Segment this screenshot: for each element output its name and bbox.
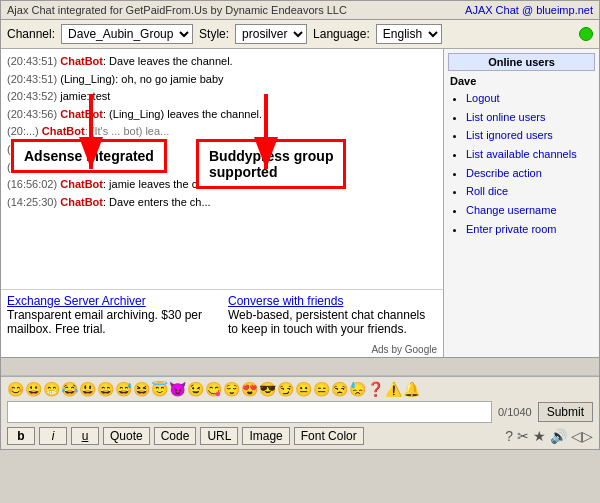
action-change-username[interactable]: Change username <box>466 201 595 220</box>
emoji-9[interactable]: 😇 <box>151 381 168 397</box>
emoji-10[interactable]: 😈 <box>169 381 186 397</box>
chat-messages: (20:43:51) ChatBot: Dave leaves the chan… <box>1 49 443 215</box>
ad-desc-2: Web-based, persistent chat channels to k… <box>228 308 437 336</box>
action-list-ignored[interactable]: List ignored users <box>466 126 595 145</box>
emoji-question[interactable]: ❓ <box>367 381 384 397</box>
action-list-online[interactable]: List online users <box>466 108 595 127</box>
ad-link-1[interactable]: Exchange Server Archiver <box>7 294 146 308</box>
ad-section: Exchange Server Archiver Transparent ema… <box>1 289 443 340</box>
online-username: Dave <box>448 75 595 87</box>
emoji-16[interactable]: 😏 <box>277 381 294 397</box>
ajax-chat-link[interactable]: AJAX Chat @ blueimp.net <box>465 4 593 16</box>
style-label: Style: <box>199 27 229 41</box>
ad-col-2: Converse with friends Web-based, persist… <box>228 294 437 336</box>
chat-line-2: (20:43:51) (Ling_Ling): oh, no go jamie … <box>7 71 437 89</box>
message-input[interactable] <box>7 401 492 423</box>
language-label: Language: <box>313 27 370 41</box>
emoji-7[interactable]: 😅 <box>115 381 132 397</box>
top-bar: Ajax Chat integrated for GetPaidFrom.Us … <box>1 1 599 20</box>
emoji-4[interactable]: 😂 <box>61 381 78 397</box>
url-button[interactable]: URL <box>200 427 238 445</box>
cut-icon[interactable]: ✂ <box>517 428 529 444</box>
font-color-button[interactable]: Font Color <box>294 427 364 445</box>
channel-bar: Channel: Dave_Aubin_Group Style: prosilv… <box>1 20 599 49</box>
emoji-6[interactable]: 😄 <box>97 381 114 397</box>
emoji-2[interactable]: 😀 <box>25 381 42 397</box>
bottom-icons: ? ✂ ★ 🔊 ◁▷ <box>505 428 593 444</box>
channel-label: Channel: <box>7 27 55 41</box>
online-panel: Online users Dave Logout List online use… <box>444 49 599 357</box>
emoji-bell[interactable]: 🔔 <box>403 381 420 397</box>
quote-button[interactable]: Quote <box>103 427 150 445</box>
emoji-1[interactable]: 😊 <box>7 381 24 397</box>
status-indicator <box>579 27 593 41</box>
action-private-room[interactable]: Enter private room <box>466 220 595 239</box>
online-users-header: Online users <box>448 53 595 71</box>
emoji-8[interactable]: 😆 <box>133 381 150 397</box>
emoji-5[interactable]: 😃 <box>79 381 96 397</box>
chat-panel: (20:43:51) ChatBot: Dave leaves the chan… <box>1 49 444 357</box>
emoji-12[interactable]: 😋 <box>205 381 222 397</box>
chat-overlay: (20:43:51) ChatBot: Dave leaves the chan… <box>1 49 443 289</box>
char-count: 0/1040 <box>498 406 532 418</box>
action-roll-dice[interactable]: Roll dice <box>466 182 595 201</box>
adsense-arrow <box>71 89 131 189</box>
app-title: Ajax Chat integrated for GetPaidFrom.Us … <box>7 4 347 16</box>
spacer <box>1 358 599 376</box>
image-button[interactable]: Image <box>242 427 289 445</box>
content-area: (20:43:51) ChatBot: Dave leaves the chan… <box>1 49 599 358</box>
chat-line-1: (20:43:51) ChatBot: Dave leaves the chan… <box>7 53 437 71</box>
help-icon[interactable]: ? <box>505 428 513 444</box>
format-row: b i u Quote Code URL Image Font Color ? … <box>7 427 593 445</box>
star-icon[interactable]: ★ <box>533 428 546 444</box>
emoji-17[interactable]: 😐 <box>295 381 312 397</box>
emoji-13[interactable]: 😌 <box>223 381 240 397</box>
emoji-15[interactable]: 😎 <box>259 381 276 397</box>
emoji-20[interactable]: 😓 <box>349 381 366 397</box>
ads-footer: Ads by Google <box>1 342 443 357</box>
sound-icon[interactable]: 🔊 <box>550 428 567 444</box>
language-select[interactable]: English <box>376 24 442 44</box>
ad-col-1: Exchange Server Archiver Transparent ema… <box>7 294 216 336</box>
emoji-3[interactable]: 😁 <box>43 381 60 397</box>
emoji-warning[interactable]: ⚠️ <box>385 381 402 397</box>
emoji-11[interactable]: 😉 <box>187 381 204 397</box>
emoji-19[interactable]: 😒 <box>331 381 348 397</box>
ad-link-2[interactable]: Converse with friends <box>228 294 343 308</box>
italic-button[interactable]: i <box>39 427 67 445</box>
emoji-row: 😊 😀 😁 😂 😃 😄 😅 😆 😇 😈 😉 😋 😌 😍 😎 😏 😐 😑 😒 😓 … <box>7 381 593 397</box>
input-area: 😊 😀 😁 😂 😃 😄 😅 😆 😇 😈 😉 😋 😌 😍 😎 😏 😐 😑 😒 😓 … <box>1 376 599 449</box>
submit-button[interactable]: Submit <box>538 402 593 422</box>
main-container: Ajax Chat integrated for GetPaidFrom.Us … <box>0 0 600 450</box>
action-list-channels[interactable]: List available channels <box>466 145 595 164</box>
bold-button[interactable]: b <box>7 427 35 445</box>
style-select[interactable]: prosilver <box>235 24 307 44</box>
channel-select[interactable]: Dave_Aubin_Group <box>61 24 193 44</box>
online-actions-list: Logout List online users List ignored us… <box>448 89 595 239</box>
emoji-14[interactable]: 😍 <box>241 381 258 397</box>
nav-icon[interactable]: ◁▷ <box>571 428 593 444</box>
code-button[interactable]: Code <box>154 427 197 445</box>
message-row: 0/1040 Submit <box>7 401 593 423</box>
buddypress-arrow <box>246 89 306 189</box>
action-logout[interactable]: Logout <box>466 89 595 108</box>
emoji-18[interactable]: 😑 <box>313 381 330 397</box>
underline-button[interactable]: u <box>71 427 99 445</box>
ad-desc-1: Transparent email archiving. $30 per mai… <box>7 308 216 336</box>
action-describe[interactable]: Describe action <box>466 164 595 183</box>
chat-line-9: (14:25:30) ChatBot: Dave enters the ch..… <box>7 194 437 212</box>
ads-by-google: Ads by Google <box>371 344 437 355</box>
